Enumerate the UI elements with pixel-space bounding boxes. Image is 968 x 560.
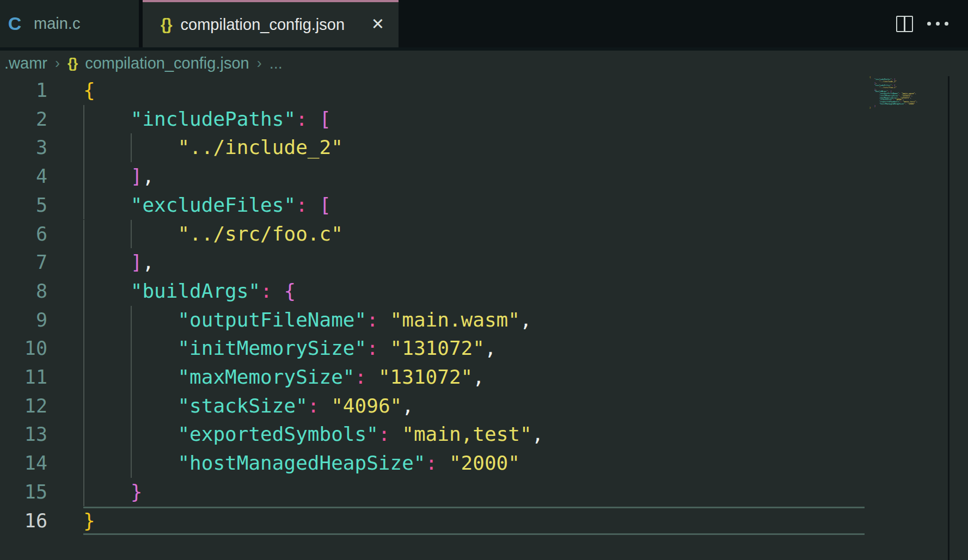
code-line-4[interactable]: 4 ], — [0, 162, 968, 191]
editor-actions — [881, 0, 968, 47]
code-line-content: "maxMemorySize": "131072", — [83, 363, 485, 392]
code-line-content: "stackSize": "4096", — [83, 392, 414, 421]
line-number: 5 — [0, 191, 47, 220]
line-number: 8 — [0, 277, 47, 306]
code-line-5[interactable]: 5 "excludeFiles": [ — [0, 191, 968, 220]
minimap-content: { "includePaths": [ "../include_2" ], "e… — [865, 76, 946, 109]
line-number: 16 — [0, 507, 47, 536]
line-number: 10 — [0, 334, 47, 363]
code-line-15[interactable]: 15 } — [0, 478, 968, 507]
json-file-icon: {} — [161, 16, 172, 34]
breadcrumb: .wamr › {} compilation_config.json › ... — [0, 51, 968, 76]
code-line-content: { — [83, 76, 95, 105]
line-number: 7 — [0, 248, 47, 277]
tab-compilation-config-json[interactable]: {} compilation_config.json ✕ — [143, 0, 399, 47]
code-line-10[interactable]: 10 "initMemorySize": "131072", — [0, 334, 968, 363]
code-line-16[interactable]: 16} — [0, 507, 968, 536]
code-line-9[interactable]: 9 "outputFileName": "main.wasm", — [0, 306, 968, 335]
breadcrumb-folder[interactable]: .wamr — [4, 54, 47, 72]
code-line-content: ], — [83, 162, 154, 191]
code-editor[interactable]: 1{2 "includePaths": [3 "../include_2"4 ]… — [0, 76, 968, 560]
line-number: 13 — [0, 420, 47, 449]
line-number: 11 — [0, 363, 47, 392]
code-line-content: "outputFileName": "main.wasm", — [83, 306, 532, 335]
code-line-content: ], — [83, 248, 154, 277]
code-line-content: } — [83, 507, 95, 536]
code-line-content: "excludeFiles": [ — [83, 191, 331, 220]
code-line-8[interactable]: 8 "buildArgs": { — [0, 277, 968, 306]
line-number: 3 — [0, 133, 47, 162]
code-line-12[interactable]: 12 "stackSize": "4096", — [0, 392, 968, 421]
code-line-14[interactable]: 14 "hostManagedHeapSize": "2000" — [0, 449, 968, 478]
line-number: 12 — [0, 392, 47, 421]
more-actions-icon[interactable] — [927, 22, 948, 26]
close-tab-icon[interactable]: ✕ — [368, 15, 388, 35]
tab-bar: C main.c {} compilation_config.json ✕ — [0, 0, 968, 51]
line-number: 6 — [0, 220, 47, 249]
code-line-content: "buildArgs": { — [83, 277, 296, 306]
tab-separator — [139, 0, 143, 47]
c-file-icon: C — [7, 13, 23, 34]
split-editor-icon[interactable] — [896, 16, 913, 32]
code-line-content: "hostManagedHeapSize": "2000" — [83, 449, 520, 478]
chevron-right-icon: › — [257, 55, 262, 72]
minimap[interactable]: { "includePaths": [ "../include_2" ], "e… — [865, 76, 946, 555]
code-line-6[interactable]: 6 "../src/foo.c" — [0, 220, 968, 249]
chevron-right-icon: › — [55, 55, 60, 72]
code-line-11[interactable]: 11 "maxMemorySize": "131072", — [0, 363, 968, 392]
code-line-3[interactable]: 3 "../include_2" — [0, 133, 968, 162]
code-line-content: } — [83, 478, 142, 507]
tab-label: compilation_config.json — [181, 16, 345, 34]
line-number: 14 — [0, 449, 47, 478]
line-number: 1 — [0, 76, 47, 105]
vertical-scrollbar[interactable] — [949, 76, 968, 560]
line-number: 9 — [0, 306, 47, 335]
code-line-1[interactable]: 1{ — [0, 76, 968, 105]
breadcrumb-file[interactable]: compilation_config.json — [85, 54, 249, 72]
code-line-content: "initMemorySize": "131072", — [83, 334, 497, 363]
tab-main-c[interactable]: C main.c — [0, 0, 139, 47]
code-line-content: "exportedSymbols": "main,test", — [83, 420, 543, 449]
code-line-13[interactable]: 13 "exportedSymbols": "main,test", — [0, 420, 968, 449]
tab-label: main.c — [34, 15, 80, 33]
line-number: 15 — [0, 478, 47, 507]
line-number: 2 — [0, 105, 47, 134]
code-line-content: "includePaths": [ — [83, 105, 331, 134]
code-line-2[interactable]: 2 "includePaths": [ — [0, 105, 968, 134]
json-braces-icon: {} — [68, 55, 77, 72]
code-line-7[interactable]: 7 ], — [0, 248, 968, 277]
code-line-content: "../include_2" — [83, 133, 343, 162]
code-line-content: "../src/foo.c" — [83, 220, 343, 249]
line-number: 4 — [0, 162, 47, 191]
breadcrumb-symbol-ellipsis[interactable]: ... — [269, 54, 283, 72]
